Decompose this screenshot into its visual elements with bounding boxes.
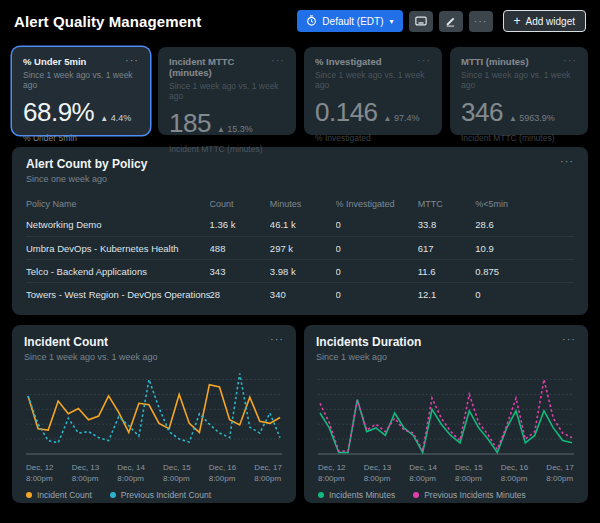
value-cell: 10.9 <box>475 243 574 254</box>
kpi-value: 68.9% <box>23 97 94 128</box>
series-line-previous-incidents-minutes <box>320 380 572 452</box>
kpi-footer: % Investigated <box>315 133 431 143</box>
chart-title: Incidents Duration <box>316 335 421 349</box>
policy-name-cell: Umbra DevOps - Kubernetes Health <box>26 243 210 254</box>
line-chart[interactable] <box>316 368 576 460</box>
plus-icon: + <box>514 15 521 27</box>
panel-title: Alert Count by Policy <box>26 157 147 171</box>
column-header: Count <box>210 199 270 209</box>
legend-item[interactable]: Incident Count <box>26 490 92 500</box>
kpi-card-investigated[interactable]: % Investigated ··· Since 1 week ago vs. … <box>304 47 442 135</box>
value-cell: 343 <box>210 266 270 277</box>
alert-count-by-policy-panel: Alert Count by Policy Since one week ago… <box>12 147 588 315</box>
legend-item[interactable]: Previous Incident Count <box>110 490 211 500</box>
kpi-menu-icon[interactable]: ··· <box>125 56 139 64</box>
panel-menu-icon[interactable]: ··· <box>270 335 284 343</box>
time-picker-button[interactable]: Default (EDT) ▾ <box>297 10 402 32</box>
value-cell: 0 <box>336 219 418 230</box>
legend-item[interactable]: Incidents Minutes <box>318 490 395 500</box>
table-row[interactable]: Towers - West Region - DevOps Operations… <box>26 282 574 305</box>
x-tick-label: Dec, 148:00pm <box>409 462 437 484</box>
panel-menu-icon[interactable]: ··· <box>560 157 574 165</box>
value-cell: 11.6 <box>418 266 476 277</box>
x-tick-label: Dec, 138:00pm <box>72 462 100 484</box>
value-cell: 0 <box>336 289 418 300</box>
legend-item[interactable]: Previous Incidents Minutes <box>413 490 526 500</box>
clock-icon <box>306 15 317 28</box>
value-cell: 3.98 k <box>270 266 336 277</box>
column-header: Policy Name <box>26 199 210 209</box>
kpi-row: % Under 5min ··· Since 1 week ago vs. 1 … <box>12 47 588 135</box>
value-cell: 340 <box>270 289 336 300</box>
dashboard-header: Alert Quality Management Default (EDT) ▾… <box>0 0 600 42</box>
pencil-icon <box>445 16 456 27</box>
legend-label: Previous Incidents Minutes <box>424 490 526 500</box>
x-tick-label: Dec, 138:00pm <box>364 462 392 484</box>
up-arrow-icon: ▲ <box>384 114 392 123</box>
incident-count-chart-panel: Incident Count Since 1 week ago vs. 1 we… <box>12 325 296 503</box>
legend-dot-icon <box>110 492 116 498</box>
kpi-subtitle: Since 1 week ago vs. 1 week ago <box>169 81 285 101</box>
chart-subtitle: Since 1 week ago <box>316 352 421 362</box>
charts-row: Incident Count Since 1 week ago vs. 1 we… <box>12 325 588 503</box>
kpi-subtitle: Since 1 week ago vs. 1 week ago <box>23 70 139 90</box>
x-tick-label: Dec, 148:00pm <box>117 462 145 484</box>
policy-name-cell: Telco - Backend Applications <box>26 266 210 277</box>
more-options-button[interactable]: ··· <box>469 11 493 32</box>
x-tick-label: Dec, 128:00pm <box>318 462 346 484</box>
table-row[interactable]: Networking Demo1.36 k46.1 k033.828.6 <box>26 213 574 236</box>
kpi-card-under-5min[interactable]: % Under 5min ··· Since 1 week ago vs. 1 … <box>12 47 150 135</box>
incidents-duration-chart-panel: Incidents Duration Since 1 week ago ··· … <box>304 325 588 503</box>
x-tick-label: Dec, 158:00pm <box>163 462 191 484</box>
value-cell: 28.6 <box>475 219 574 230</box>
kpi-title: MTTI (minutes) <box>461 56 529 67</box>
value-cell: 488 <box>210 243 270 254</box>
page-title: Alert Quality Management <box>14 13 201 30</box>
panel-subtitle: Since one week ago <box>26 174 147 184</box>
kpi-card-incident-mttc[interactable]: Incident MTTC (minutes) ··· Since 1 week… <box>158 47 296 135</box>
legend-label: Incidents Minutes <box>329 490 395 500</box>
legend-label: Incident Count <box>37 490 92 500</box>
kpi-value: 346 <box>461 97 503 128</box>
kpi-footer: Incident MTTC (minutes) <box>169 144 285 154</box>
value-cell: 1.36 k <box>210 219 270 230</box>
value-cell: 12.1 <box>418 289 476 300</box>
chart-title: Incident Count <box>24 335 158 349</box>
kpi-menu-icon[interactable]: ··· <box>271 56 285 64</box>
table-row[interactable]: Telco - Backend Applications3433.98 k011… <box>26 259 574 282</box>
value-cell: 46.1 k <box>270 219 336 230</box>
up-arrow-icon: ▲ <box>100 114 108 123</box>
up-arrow-icon: ▲ <box>509 114 517 123</box>
kpi-subtitle: Since 1 week ago vs. 1 week ago <box>461 70 577 90</box>
value-cell: 0 <box>336 243 418 254</box>
legend-dot-icon <box>318 492 324 498</box>
chart-legend: Incidents MinutesPrevious Incidents Minu… <box>316 490 576 500</box>
add-widget-button[interactable]: + Add widget <box>503 10 587 32</box>
kpi-delta: ▲ 15.3% <box>217 124 253 134</box>
legend-label: Previous Incident Count <box>121 490 211 500</box>
kpi-footer: % Under 5min <box>23 133 139 143</box>
line-chart[interactable] <box>24 368 284 460</box>
legend-dot-icon <box>26 492 32 498</box>
kpi-title: % Investigated <box>315 56 382 67</box>
value-cell: 33.8 <box>418 219 476 230</box>
kpi-card-mtti[interactable]: MTTI (minutes) ··· Since 1 week ago vs. … <box>450 47 588 135</box>
x-tick-label: Dec, 168:00pm <box>209 462 237 484</box>
x-tick-label: Dec, 158:00pm <box>455 462 483 484</box>
x-axis-labels: Dec, 128:00pmDec, 138:00pmDec, 148:00pmD… <box>24 460 284 484</box>
kpi-title: % Under 5min <box>23 56 86 67</box>
kpi-delta: ▲ 97.4% <box>384 113 420 123</box>
kpi-menu-icon[interactable]: ··· <box>563 56 577 64</box>
value-cell: 0 <box>336 266 418 277</box>
header-controls: Default (EDT) ▾ ··· + Add widget <box>297 10 586 32</box>
panel-menu-icon[interactable]: ··· <box>562 335 576 343</box>
tv-mode-button[interactable] <box>409 11 433 32</box>
x-tick-label: Dec, 178:00pm <box>254 462 282 484</box>
edit-dashboard-button[interactable] <box>439 11 463 32</box>
kpi-menu-icon[interactable]: ··· <box>417 56 431 64</box>
add-widget-label: Add widget <box>526 16 575 27</box>
table-row[interactable]: Umbra DevOps - Kubernetes Health488297 k… <box>26 236 574 259</box>
chevron-down-icon: ▾ <box>389 17 393 26</box>
column-header: %<5min <box>475 199 574 209</box>
column-header: Minutes <box>270 199 336 209</box>
